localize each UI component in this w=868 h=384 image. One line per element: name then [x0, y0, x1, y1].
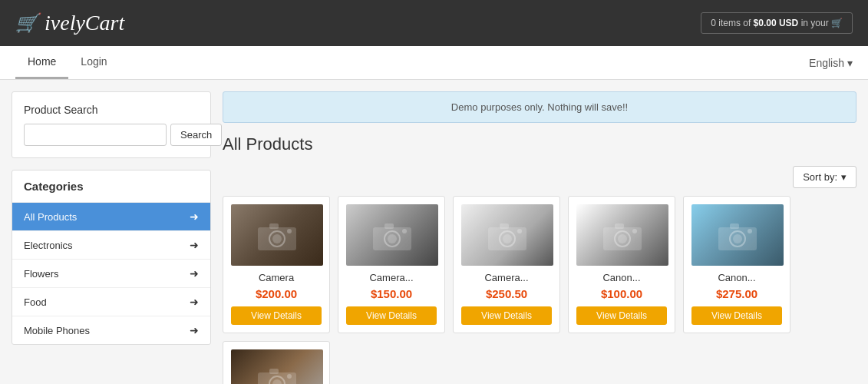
product-price: $250.50 — [461, 287, 552, 300]
product-image — [576, 204, 668, 266]
category-label: All Products — [24, 211, 77, 223]
camera-icon — [254, 361, 300, 384]
view-details-button[interactable]: View Details — [346, 306, 437, 325]
product-price: $100.00 — [576, 287, 667, 300]
sidebar: Product Search Search Categories All Pro… — [12, 91, 211, 384]
cart-button[interactable]: 0 items of $0.00 USD in your 🛒 — [701, 12, 853, 34]
svg-rect-3 — [269, 223, 279, 229]
category-label: Flowers — [24, 268, 59, 280]
camera-icon — [599, 216, 645, 254]
logo-text: ivelyCart — [45, 11, 124, 35]
main-layout: Product Search Search Categories All Pro… — [0, 80, 868, 384]
svg-point-14 — [517, 229, 522, 233]
svg-point-29 — [287, 374, 292, 379]
page-title: All Products — [223, 134, 856, 154]
view-details-button[interactable]: View Details — [231, 306, 322, 325]
arrow-icon: ➜ — [190, 324, 199, 336]
product-card: Canon... $100.00 View Details — [568, 196, 675, 333]
search-input[interactable] — [24, 124, 167, 146]
product-card: Canon... $275.00 View Details — [683, 196, 790, 333]
cart-amount: $0.00 — [754, 18, 777, 28]
product-price: $275.00 — [691, 287, 782, 300]
main-content: Demo purposes only. Nothing will save!! … — [223, 91, 856, 384]
product-search-label: Product Search — [24, 104, 199, 116]
categories-title: Categories — [12, 170, 210, 203]
sort-label: Sort by: — [803, 171, 837, 183]
product-card: Camera... $250.50 View Details — [453, 196, 560, 333]
view-details-button[interactable]: View Details — [691, 306, 782, 325]
product-image — [231, 204, 323, 266]
category-item-food[interactable]: Food ➜ — [12, 288, 210, 316]
cart-currency: USD — [779, 18, 798, 28]
product-name: Canon... — [576, 272, 667, 283]
nav-links: Home Login — [15, 46, 120, 79]
sort-button[interactable]: Sort by: ▾ — [793, 166, 856, 188]
category-label: Electronics — [24, 240, 73, 251]
arrow-icon: ➜ — [190, 239, 199, 251]
sort-row: Sort by: ▾ — [223, 166, 856, 188]
camera-icon — [254, 216, 300, 254]
nav-link-login[interactable]: Login — [68, 46, 119, 79]
header: 🛒 ivelyCart 0 items of $0.00 USD in your… — [0, 0, 868, 46]
product-name: Camera — [231, 272, 322, 283]
product-price: $150.00 — [346, 287, 437, 300]
products-grid: Camera $200.00 View Details Camera... $1… — [223, 196, 856, 384]
categories-box: Categories All Products ➜ Electronics ➜ … — [12, 170, 211, 345]
cart-logo-icon: 🛒 — [15, 12, 38, 34]
product-image — [691, 204, 784, 266]
product-search-box: Product Search Search — [12, 91, 211, 158]
demo-banner: Demo purposes only. Nothing will save!! — [223, 91, 856, 123]
product-card: Camera... $150.00 View Details — [338, 196, 445, 333]
svg-point-19 — [632, 229, 637, 233]
category-item-mobile-phones[interactable]: Mobile Phones ➜ — [12, 316, 210, 344]
category-item-all-products[interactable]: All Products ➜ — [12, 203, 210, 231]
svg-point-7 — [388, 234, 397, 243]
search-row: Search — [24, 124, 199, 146]
chevron-down-icon: ▾ — [847, 57, 853, 69]
product-name: Camera... — [346, 272, 437, 283]
svg-point-2 — [272, 234, 282, 243]
category-label: Food — [24, 296, 47, 308]
svg-rect-28 — [269, 369, 279, 374]
language-selector[interactable]: English ▾ — [809, 57, 853, 69]
nav-bar: Home Login English ▾ — [0, 46, 868, 80]
svg-rect-23 — [730, 223, 739, 229]
product-name: Canon... — [691, 272, 782, 283]
product-image — [461, 204, 553, 266]
camera-icon — [369, 216, 415, 254]
category-item-electronics[interactable]: Electronics ➜ — [12, 231, 210, 260]
product-card: Camera $200.00 View Details — [223, 196, 330, 333]
product-price: $200.00 — [231, 287, 322, 300]
search-button[interactable]: Search — [170, 124, 222, 146]
arrow-icon: ➜ — [190, 210, 199, 223]
product-image — [231, 349, 323, 384]
language-label: English — [809, 57, 844, 69]
camera-icon — [484, 216, 530, 254]
arrow-icon: ➜ — [190, 267, 199, 280]
product-image — [346, 204, 438, 266]
category-label: Mobile Phones — [24, 325, 90, 336]
svg-point-17 — [618, 234, 627, 243]
logo[interactable]: 🛒 ivelyCart — [15, 11, 124, 35]
category-item-flowers[interactable]: Flowers ➜ — [12, 260, 210, 288]
product-name: Camera... — [461, 272, 552, 283]
cart-suffix: in your — [801, 18, 829, 28]
view-details-button[interactable]: View Details — [461, 306, 552, 325]
cart-items-count: 0 — [711, 18, 716, 28]
svg-point-12 — [503, 234, 512, 243]
svg-rect-18 — [615, 223, 624, 229]
svg-point-24 — [748, 229, 752, 233]
chevron-down-icon: ▾ — [841, 171, 847, 183]
svg-rect-13 — [500, 223, 509, 229]
camera-icon — [715, 216, 761, 254]
view-details-button[interactable]: View Details — [576, 306, 667, 325]
svg-point-9 — [402, 229, 407, 233]
svg-point-4 — [287, 229, 292, 233]
svg-rect-8 — [384, 223, 394, 229]
product-card: Canon... $300.00 View Details — [223, 341, 330, 384]
arrow-icon: ➜ — [190, 296, 199, 308]
svg-point-22 — [733, 234, 742, 243]
nav-link-home[interactable]: Home — [15, 46, 68, 79]
